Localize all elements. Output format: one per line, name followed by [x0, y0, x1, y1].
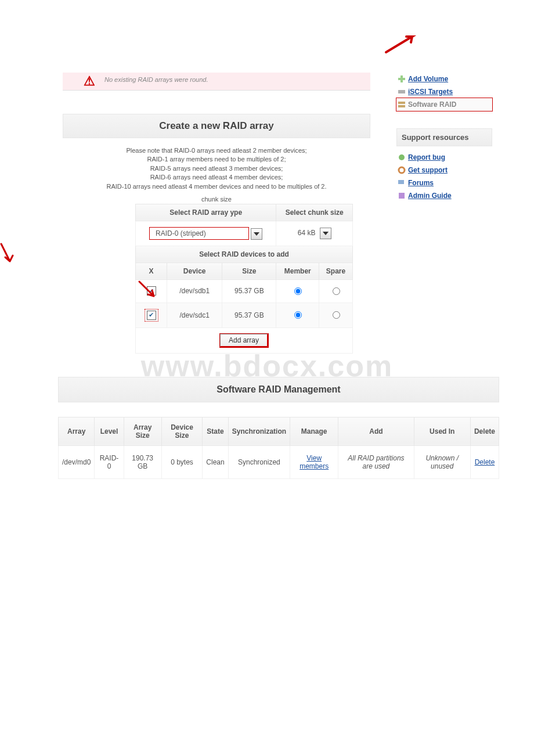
- col-array: Array: [59, 417, 95, 445]
- header-chunk-size: Select chunk size: [276, 204, 353, 221]
- svg-rect-7: [398, 180, 404, 184]
- chat-icon: [398, 179, 406, 187]
- help-line: Please note that RAID-0 arrays need atle…: [65, 146, 368, 155]
- cell-sync: Synchronized: [228, 445, 290, 478]
- plus-icon: [398, 75, 406, 83]
- col-delete: Delete: [470, 417, 499, 445]
- cell-array-size: 190.73 GB: [124, 445, 161, 478]
- svg-point-5: [399, 154, 405, 160]
- view-members-link[interactable]: View members: [300, 454, 329, 470]
- device-checkbox[interactable]: [147, 286, 156, 296]
- help-line: RAID-6 arrays need atleast 4 member devi…: [65, 173, 368, 182]
- support-item-admin-guide[interactable]: Admin Guide: [396, 189, 492, 202]
- cell-array: /dev/md0: [59, 445, 95, 478]
- nav-item-add-volume[interactable]: Add Volume: [396, 73, 492, 85]
- svg-rect-3: [398, 102, 405, 104]
- device-name: /dev/sdb1: [167, 279, 222, 303]
- svg-rect-2: [398, 90, 405, 93]
- raid-config-table: Select RAID array ype Select chunk size …: [135, 204, 353, 354]
- nav-item-iscsi[interactable]: iSCSI Targets: [396, 85, 492, 98]
- header-raid-type: Select RAID array ype: [136, 204, 276, 221]
- chunk-size-dropdown-icon[interactable]: [320, 228, 331, 239]
- bug-icon: [398, 153, 406, 161]
- device-size: 95.37 GB: [222, 303, 276, 327]
- col-size: Size: [222, 262, 276, 279]
- warning-icon: ⚠: [84, 75, 95, 88]
- support-link[interactable]: Report bug: [408, 153, 445, 161]
- col-device-size: Device Size: [161, 417, 203, 445]
- warning-banner: ⚠ No existing RAID arrays were round.: [63, 73, 370, 91]
- col-state: State: [203, 417, 228, 445]
- svg-rect-4: [398, 105, 405, 107]
- col-used-in: Used In: [414, 417, 470, 445]
- cell-state: Clean: [203, 445, 228, 478]
- col-sync: Synchronization: [228, 417, 290, 445]
- nav-item-software-raid[interactable]: Software RAID: [396, 98, 492, 111]
- support-link[interactable]: Admin Guide: [408, 192, 452, 200]
- support-item-report-bug[interactable]: Report bug: [396, 151, 492, 164]
- nav-link[interactable]: Software RAID: [408, 100, 456, 109]
- header-select-devices: Select RAID devices to add: [136, 246, 353, 262]
- col-member: Member: [276, 262, 319, 279]
- chunk-size-select[interactable]: 64 kB: [298, 229, 316, 237]
- raid-type-dropdown-icon[interactable]: [251, 228, 262, 240]
- device-size: 95.37 GB: [222, 279, 276, 303]
- disk-icon: [398, 88, 406, 96]
- add-array-button[interactable]: Add array: [220, 334, 268, 347]
- cell-device-size: 0 bytes: [161, 445, 203, 478]
- nav-link[interactable]: iSCSI Targets: [408, 88, 453, 96]
- col-device: Device: [167, 262, 222, 279]
- raid-type-select[interactable]: RAID-0 (striped): [149, 227, 249, 240]
- nav-menu: Add Volume iSCSI Targets Software RAID: [396, 73, 492, 111]
- col-spare: Spare: [319, 262, 353, 279]
- device-row: /dev/sdb1 95.37 GB: [136, 279, 353, 303]
- device-name: /dev/sdc1: [167, 303, 222, 327]
- member-radio[interactable]: [294, 311, 302, 319]
- chunk-hint-label: chunk size: [63, 196, 370, 204]
- nav-link[interactable]: Add Volume: [408, 75, 448, 83]
- svg-rect-8: [399, 193, 405, 199]
- support-menu: Report bug Get support Forums Admin Guid…: [396, 151, 492, 202]
- spare-radio[interactable]: [333, 311, 340, 319]
- book-icon: [398, 192, 406, 200]
- support-item-get-support[interactable]: Get support: [396, 164, 492, 177]
- create-raid-title: Create a new RAID array: [63, 114, 370, 138]
- raid-row: /dev/md0 RAID-0 190.73 GB 0 bytes Clean …: [59, 445, 499, 478]
- warning-message: No existing RAID arrays were round.: [104, 75, 367, 83]
- cell-used-in: Unknown / unused: [414, 445, 470, 478]
- help-line: RAID-10 arrays need atleast 4 member dev…: [65, 182, 368, 191]
- svg-point-6: [399, 167, 405, 173]
- raid-icon: [398, 100, 406, 109]
- support-resources-header: Support resources: [396, 128, 492, 146]
- red-arrow-icon: [383, 32, 418, 55]
- help-line: RAID-1 array members need to be multiple…: [65, 155, 368, 164]
- help-line: RAID-5 arrays need atleast 3 member devi…: [65, 164, 368, 173]
- support-link[interactable]: Forums: [408, 179, 434, 187]
- cell-add: All RAID partitions are used: [338, 445, 414, 478]
- col-level: Level: [95, 417, 124, 445]
- spare-radio[interactable]: [333, 287, 340, 295]
- col-array-size: Array Size: [124, 417, 161, 445]
- device-checkbox[interactable]: [147, 311, 156, 320]
- col-add: Add: [338, 417, 414, 445]
- col-x: X: [136, 262, 167, 279]
- svg-rect-1: [400, 75, 403, 82]
- support-item-forums[interactable]: Forums: [396, 177, 492, 189]
- col-manage: Manage: [290, 417, 338, 445]
- red-arrow-icon: [0, 241, 21, 264]
- lifebuoy-icon: [398, 166, 406, 174]
- support-link[interactable]: Get support: [408, 166, 448, 174]
- member-radio[interactable]: [294, 287, 302, 295]
- raid-help-text: Please note that RAID-0 arrays need atle…: [63, 138, 370, 196]
- raid-management-title: Software RAID Management: [58, 377, 499, 402]
- device-row: /dev/sdc1 95.37 GB: [136, 303, 353, 327]
- raid-management-table: Array Level Array Size Device Size State…: [58, 417, 499, 479]
- cell-level: RAID-0: [95, 445, 124, 478]
- delete-link[interactable]: Delete: [475, 458, 495, 466]
